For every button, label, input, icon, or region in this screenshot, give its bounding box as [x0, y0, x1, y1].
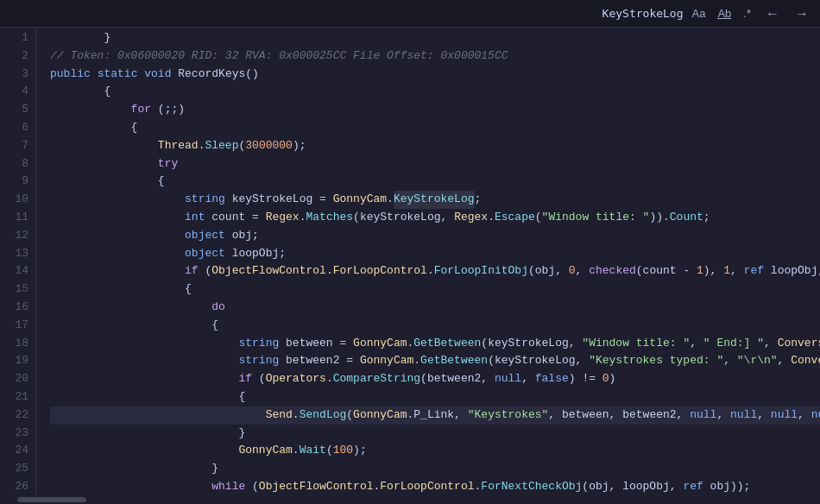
- token-punct: }: [50, 29, 110, 47]
- code-line: int count = Regex.Matches(keyStrokeLog, …: [50, 209, 820, 227]
- token-punct: {: [50, 83, 110, 101]
- token-num: 0: [602, 370, 609, 388]
- token-plain: .: [326, 370, 333, 388]
- line-number: 16: [7, 299, 28, 317]
- token-plain: .: [373, 478, 380, 495]
- line-number: 26: [7, 478, 28, 495]
- code-line: Thread.Sleep(3000000);: [50, 137, 820, 155]
- token-kw: string: [185, 191, 225, 209]
- nav-fwd-button[interactable]: →: [791, 4, 813, 23]
- token-plain: loopObj;: [225, 245, 286, 263]
- token-plain: ;: [475, 191, 482, 209]
- token-method: Matches: [306, 209, 353, 227]
- code-line: Send.SendLog(GonnyCam.P_Link, "Keystroke…: [50, 406, 820, 425]
- line-number: 6: [7, 119, 28, 137]
- token-kw: null: [690, 406, 716, 425]
- token-plain: (: [346, 406, 353, 425]
- token-plain: ,: [730, 262, 744, 280]
- token-plain: [50, 137, 158, 155]
- token-class-name: ObjectFlowControl: [211, 262, 326, 280]
- token-plain: (: [238, 137, 245, 155]
- token-plain: [50, 191, 185, 209]
- code-line: for (;;): [50, 101, 820, 119]
- token-method: ForLoopInitObj: [434, 262, 528, 280]
- token-plain: (between2,: [420, 370, 495, 388]
- code-line: GonnyCam.Wait(100);: [50, 442, 820, 460]
- token-kw2: if: [238, 370, 252, 388]
- line-numbers: 1234567891011121314151617181920212223242…: [0, 28, 36, 495]
- token-class-name: Operators: [266, 370, 326, 388]
- token-plain: count =: [205, 209, 265, 227]
- token-plain: (: [252, 370, 266, 388]
- token-plain: ,: [576, 262, 590, 280]
- token-method: Wait: [300, 442, 326, 460]
- token-punct: }: [50, 425, 245, 443]
- code-line: {: [50, 280, 820, 299]
- token-kw: int: [185, 209, 205, 227]
- token-kw: string: [238, 352, 279, 370]
- token-class-name: Thread: [158, 137, 199, 155]
- token-plain: .: [413, 352, 420, 370]
- token-plain: .: [427, 262, 434, 280]
- scrollbar-thumb[interactable]: [17, 497, 86, 502]
- token-plain: ,: [723, 352, 737, 370]
- line-number: 19: [7, 352, 28, 370]
- token-plain: ;: [703, 209, 710, 227]
- token-plain: [91, 66, 98, 84]
- token-class-name: Regex: [454, 209, 488, 227]
- line-number: 9: [7, 173, 28, 191]
- token-plain: (: [199, 262, 212, 280]
- line-number: 2: [7, 47, 28, 66]
- case-sensitive-button[interactable]: Aa: [689, 5, 710, 22]
- code-content[interactable]: }// Token: 0x06000020 RID: 32 RVA: 0x000…: [36, 28, 820, 495]
- token-kw: null: [730, 406, 757, 425]
- scrollbar-h[interactable]: [0, 495, 820, 504]
- token-method: SendLog: [300, 406, 347, 425]
- token-kw: null: [771, 406, 798, 425]
- token-class-name: Regex: [266, 209, 300, 227]
- token-kw: null: [495, 370, 521, 388]
- token-class-name: ForLoopControl: [333, 262, 427, 280]
- token-kw: object: [185, 245, 225, 263]
- token-kw2: for: [50, 101, 151, 119]
- token-plain: (: [535, 209, 542, 227]
- token-plain: ) !=: [569, 370, 602, 388]
- code-line: {: [50, 173, 820, 191]
- token-punct: {: [50, 173, 165, 191]
- token-plain: (keyStrokeLog,: [481, 335, 582, 353]
- line-number: 10: [7, 191, 28, 209]
- token-plain: (obj,: [528, 262, 569, 280]
- token-method: CompareString: [333, 370, 420, 388]
- token-kw: static: [98, 66, 138, 84]
- token-plain: obj));: [703, 478, 751, 495]
- line-number: 18: [7, 335, 28, 353]
- line-number: 3: [7, 66, 28, 84]
- line-number: 12: [7, 227, 28, 245]
- code-line: do: [50, 299, 820, 317]
- token-plain: ,: [778, 352, 792, 370]
- token-plain: [50, 352, 238, 370]
- regex-button[interactable]: .*: [740, 5, 754, 22]
- token-method: GetBetween: [413, 335, 481, 353]
- code-line: {: [50, 388, 820, 406]
- token-class-name: GonnyCam: [360, 352, 413, 370]
- token-kw: string: [238, 335, 279, 353]
- code-line: // Token: 0x06000020 RID: 32 RVA: 0x0000…: [50, 47, 820, 66]
- token-str: " End:] ": [703, 335, 764, 353]
- token-plain: [137, 66, 144, 84]
- token-num: 0: [569, 262, 576, 280]
- token-plain: .: [300, 209, 306, 227]
- line-number: 21: [7, 388, 28, 406]
- token-kw2: while: [211, 478, 245, 495]
- token-class-name: GonnyCam: [238, 442, 292, 460]
- line-number: 8: [7, 155, 28, 173]
- code-line: try: [50, 155, 820, 173]
- nav-back-button[interactable]: ←: [761, 4, 784, 23]
- token-plain: .: [475, 478, 482, 495]
- token-class-name: GonnyCam: [353, 335, 407, 353]
- token-class-name: Conversions: [778, 335, 820, 353]
- whole-word-button[interactable]: Ab: [714, 5, 735, 22]
- line-number: 20: [7, 370, 28, 388]
- line-number: 13: [7, 245, 28, 263]
- token-num: 1: [697, 262, 703, 280]
